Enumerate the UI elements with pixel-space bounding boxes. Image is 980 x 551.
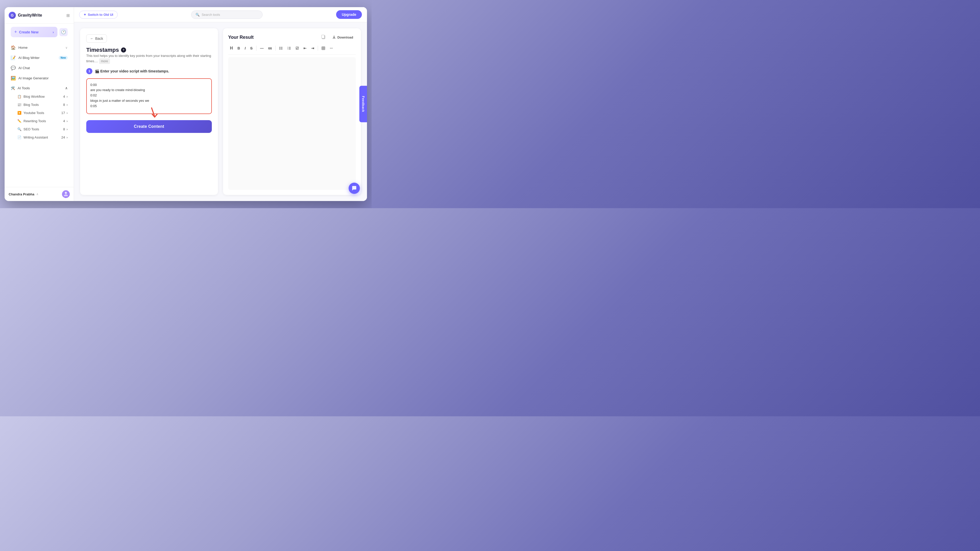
seo-tools-icon: 🔍 <box>18 127 21 131</box>
result-title: Your Result <box>228 35 254 40</box>
logo-area: G GravityWrite <box>9 12 42 19</box>
ai-tools-label: AI Tools <box>18 86 30 90</box>
badge: 24 <box>61 135 65 139</box>
app-name: GravityWrite <box>18 13 42 17</box>
create-content-button[interactable]: Create Content <box>86 120 212 133</box>
chevron-up-icon: ∧ <box>36 192 38 196</box>
search-bar[interactable]: 🔍 Search tools <box>191 11 262 19</box>
left-panel: ← Back Timestamps ? This tool helps you … <box>80 28 218 195</box>
sidebar-toggle-icon[interactable]: ⊞ <box>66 13 70 18</box>
blog-writer-icon: 📝 <box>11 56 16 60</box>
toolbar-more-button[interactable]: ··· <box>328 45 334 52</box>
rewriting-tools-icon: ✏️ <box>18 119 21 123</box>
switch-icon: ✦ <box>83 13 86 17</box>
create-content-area: Create Content <box>86 120 212 133</box>
svg-point-7 <box>280 48 280 49</box>
editor-area[interactable] <box>228 57 356 190</box>
switch-label: Switch to Old UI <box>88 13 113 17</box>
badge: 4 <box>63 119 65 123</box>
create-row: + Create New › 🕐 <box>6 24 72 40</box>
toolbar-separator <box>318 46 318 51</box>
sidebar-nav: 🏠 Home ∨ 📝 AI Blog Writer New 💬 AI Chat <box>5 41 74 187</box>
sidebar-item-ai-chat[interactable]: 💬 AI Chat <box>6 63 72 73</box>
toolbar-heading-button[interactable]: H <box>228 44 235 52</box>
search-icon: 🔍 <box>196 13 200 17</box>
sidebar-item-home[interactable]: 🏠 Home ∨ <box>6 43 72 52</box>
download-button[interactable]: Download <box>330 34 356 41</box>
sidebar-item-ai-blog-writer[interactable]: 📝 AI Blog Writer New <box>6 53 72 63</box>
step-instruction: 🎬 Enter your video script with timestamp… <box>95 69 169 73</box>
sidebar-footer: Chandra Prabha ∧ <box>5 187 74 201</box>
toolbar-quote-button[interactable]: 66 <box>266 45 274 52</box>
result-actions: Download <box>320 33 356 41</box>
editor-toolbar: H B I S — 66 1.2.3. ☑ ⇤ ⇥ <box>228 44 356 55</box>
badge: 8 <box>63 127 65 131</box>
blog-workflow-icon: 📋 <box>18 95 21 98</box>
content-area: ← Back Timestamps ? This tool helps you … <box>74 22 367 201</box>
copy-button[interactable] <box>320 33 327 41</box>
history-button[interactable]: 🕐 <box>59 28 68 36</box>
toolbar-checklist-button[interactable]: ☑ <box>294 45 301 52</box>
svg-point-5 <box>280 47 280 48</box>
logo-icon: G <box>9 12 16 19</box>
tool-title-section: Timestamps ? This tool helps you to iden… <box>86 47 212 64</box>
svg-text:3.: 3. <box>287 48 288 50</box>
chat-icon: 💬 <box>11 65 16 70</box>
sidebar-item-label: Home <box>18 46 27 49</box>
upgrade-button[interactable]: Upgrade <box>336 10 362 19</box>
toolbar-bullet-list-button[interactable] <box>277 45 285 51</box>
blog-tools-icon: 📰 <box>18 103 21 106</box>
top-bar: ✦ Switch to Old UI 🔍 Search tools Upgrad… <box>74 7 367 22</box>
writing-assistant-icon: 📄 <box>18 135 21 139</box>
chevron-right-icon: › <box>67 135 68 139</box>
avatar <box>62 190 70 198</box>
tool-title: Timestamps <box>86 47 119 53</box>
toolbar-indent-increase-button[interactable]: ⇥ <box>309 45 316 52</box>
youtube-tools-icon: ▶️ <box>18 111 21 115</box>
result-header: Your Result <box>228 33 356 41</box>
chevron-up-icon: ∧ <box>65 86 68 90</box>
download-label: Download <box>337 35 353 39</box>
back-button[interactable]: ← Back <box>86 35 107 43</box>
sidebar-item-youtube-tools[interactable]: ▶️ Youtube Tools 17 › <box>6 109 72 117</box>
sidebar-item-blog-workflow[interactable]: 📋 Blog Workflow 4 › <box>6 93 72 100</box>
sidebar-item-blog-tools[interactable]: 📰 Blog Tools 8 › <box>6 101 72 109</box>
info-icon[interactable]: ? <box>121 48 126 52</box>
back-label: Back <box>95 37 103 41</box>
toolbar-bold-button[interactable]: B <box>236 45 242 52</box>
more-link[interactable]: more <box>99 59 110 64</box>
create-new-label: Create New <box>19 30 38 34</box>
svg-point-1 <box>65 192 67 194</box>
tool-title-row: Timestamps ? <box>86 47 212 53</box>
toolbar-ordered-list-button[interactable]: 1.2.3. <box>286 45 293 51</box>
sidebar-item-label: AI Blog Writer <box>18 56 40 60</box>
sidebar: G GravityWrite ⊞ + Create New › 🕐 🏠 Home <box>5 7 74 201</box>
user-info[interactable]: Chandra Prabha ∧ <box>9 192 38 196</box>
sidebar-item-seo-tools[interactable]: 🔍 SEO Tools 8 › <box>6 125 72 133</box>
chat-button[interactable] <box>348 183 360 194</box>
user-name: Chandra Prabha <box>9 192 34 196</box>
toolbar-indent-decrease-button[interactable]: ⇤ <box>302 45 308 52</box>
feedback-tab[interactable]: Feedback <box>360 86 367 122</box>
toolbar-table-button[interactable] <box>320 45 327 51</box>
back-arrow-icon: ← <box>90 37 94 41</box>
svg-rect-4 <box>321 35 325 38</box>
toolbar-hr-button[interactable]: — <box>258 45 266 52</box>
ai-tools-header[interactable]: 🛠️ AI Tools ∧ <box>6 84 72 92</box>
switch-to-old-ui-button[interactable]: ✦ Switch to Old UI <box>79 11 118 19</box>
toolbar-strikethrough-button[interactable]: S <box>248 45 255 52</box>
sidebar-item-rewriting-tools[interactable]: ✏️ Rewriting Tools 4 › <box>6 117 72 125</box>
chevron-right-icon: › <box>67 119 68 123</box>
image-gen-icon: 🖼️ <box>11 76 16 81</box>
step-number: 1 <box>86 68 92 74</box>
chevron-right-icon: › <box>67 95 68 98</box>
create-new-button[interactable]: + Create New › <box>11 27 57 37</box>
sidebar-item-writing-assistant[interactable]: 📄 Writing Assistant 24 › <box>6 133 72 141</box>
sidebar-item-ai-image-generator[interactable]: 🖼️ AI Image Generator <box>6 73 72 83</box>
svg-point-0 <box>62 191 69 198</box>
badge: 17 <box>61 111 65 115</box>
sidebar-item-label: AI Chat <box>18 66 30 70</box>
badge: 4 <box>63 95 65 98</box>
toolbar-italic-button[interactable]: I <box>243 45 248 52</box>
svg-rect-17 <box>322 47 325 50</box>
